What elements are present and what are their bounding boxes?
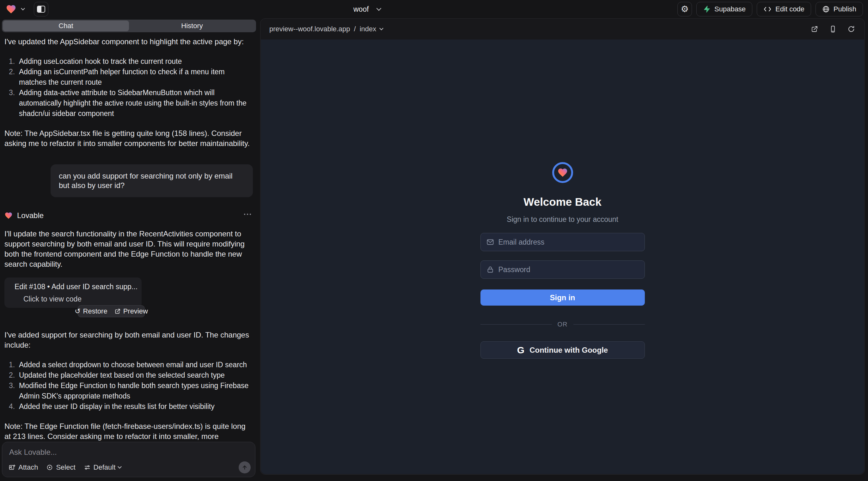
refresh-button[interactable] — [847, 25, 855, 33]
preview-panel: preview--woof.lovable.app / index Welcom… — [260, 18, 865, 475]
publish-label: Publish — [834, 5, 856, 13]
assistant-header: Lovable — [4, 211, 253, 220]
password-input[interactable] — [498, 265, 639, 274]
chat-history-tabs: Chat History — [2, 20, 256, 32]
assistant-note: Note: The Edge Function file (fetch-fire… — [4, 421, 253, 442]
external-link-icon — [811, 25, 818, 33]
project-switcher[interactable]: woof — [353, 0, 380, 18]
login-subtitle: Sign in to continue to your account — [507, 215, 618, 224]
external-link-icon — [115, 308, 121, 315]
preview-label: Preview — [123, 307, 148, 315]
restore-button[interactable]: ↺ Restore — [74, 307, 107, 315]
user-message-bubble: can you add support for searching not on… — [51, 164, 253, 197]
mobile-icon — [829, 25, 837, 33]
app-logo — [552, 162, 573, 183]
mobile-view-button[interactable] — [829, 25, 837, 33]
list-item: Modified the Edge Function to handle bot… — [4, 381, 253, 402]
list-item: Adding an isCurrentPath helper function … — [4, 67, 253, 88]
email-icon — [487, 238, 494, 246]
or-label: OR — [558, 321, 568, 328]
version-actions-bar: ↺ Restore Preview — [78, 305, 145, 317]
password-field[interactable] — [480, 260, 645, 279]
send-button[interactable] — [239, 461, 251, 473]
preview-url[interactable]: preview--woof.lovable.app / index — [260, 25, 383, 33]
project-title: woof — [353, 5, 369, 13]
mode-select[interactable]: Default — [84, 463, 121, 472]
lovable-heart-icon — [4, 212, 13, 220]
chat-scroll-area[interactable]: I've updated the AppSidebar component to… — [0, 32, 258, 442]
edit-code-button[interactable]: Edit code — [757, 2, 811, 17]
tab-chat[interactable]: Chat — [3, 21, 129, 31]
chevron-down-icon — [118, 464, 122, 469]
refresh-icon — [847, 25, 855, 33]
gear-icon: ⚙ — [681, 5, 688, 13]
email-input[interactable] — [498, 238, 639, 247]
url-separator: / — [354, 25, 356, 33]
list-item: Adding useLocation hook to track the cur… — [4, 56, 253, 67]
assistant-name: Lovable — [17, 211, 43, 220]
publish-button[interactable]: Publish — [815, 2, 863, 17]
preview-button[interactable]: Preview — [115, 307, 148, 315]
select-button[interactable]: Select — [46, 463, 75, 472]
arrow-up-icon — [242, 464, 248, 471]
chat-input[interactable] — [9, 448, 248, 460]
list-item: Added a select dropdown to choose betwee… — [4, 360, 253, 370]
list-item: Added the user ID display in the results… — [4, 402, 253, 412]
preview-browser-bar: preview--woof.lovable.app / index — [260, 19, 865, 39]
heart-icon — [557, 167, 568, 178]
supabase-label: Supabase — [714, 5, 746, 13]
sign-in-button[interactable]: Sign in — [480, 289, 645, 306]
email-field[interactable] — [480, 233, 645, 251]
project-menu-chevron-icon[interactable] — [21, 6, 25, 10]
toggle-sidebar-button[interactable] — [34, 2, 49, 17]
google-label: Continue with Google — [529, 346, 608, 355]
assistant-list: Added a select dropdown to choose betwee… — [4, 360, 253, 412]
supabase-button[interactable]: Supabase — [696, 2, 752, 17]
attach-image-icon — [8, 464, 16, 471]
more-options-icon[interactable] — [244, 214, 251, 215]
composer: Attach Select Default — [2, 442, 255, 477]
assistant-message-intro: I've updated the AppSidebar component to… — [4, 37, 253, 47]
panel-left-icon — [37, 6, 45, 13]
attach-label: Attach — [18, 463, 38, 472]
open-in-new-tab-button[interactable] — [811, 25, 818, 33]
edit-card-title: Edit #108 • Add user ID search supp... — [14, 283, 137, 291]
restore-label: Restore — [83, 307, 107, 315]
assistant-note: Note: The AppSidebar.tsx file is getting… — [4, 128, 253, 149]
list-item: Adding data-active attribute to SidebarM… — [4, 88, 253, 119]
assistant-message: I've added support for searching by both… — [4, 330, 253, 350]
supabase-bolt-icon — [703, 5, 711, 13]
chat-panel: Chat History I've updated the AppSidebar… — [0, 18, 258, 481]
settings-button[interactable]: ⚙ — [677, 2, 692, 17]
select-target-icon — [46, 464, 53, 471]
lock-icon — [487, 266, 494, 274]
url-host: preview--woof.lovable.app — [269, 25, 350, 33]
edit-code-label: Edit code — [775, 5, 804, 13]
globe-icon — [822, 5, 830, 13]
attach-button[interactable]: Attach — [8, 463, 38, 472]
assistant-message: I'll update the search functionality in … — [4, 229, 253, 269]
top-bar: woof ⚙ Supabase Edit code Publish — [0, 0, 868, 18]
preview-viewport: Welcome Back Sign in to continue to your… — [261, 39, 864, 474]
google-sign-in-button[interactable]: G Continue with Google — [480, 341, 645, 359]
edit-version-card[interactable]: Edit #108 • Add user ID search supp... C… — [4, 278, 142, 308]
sliders-icon — [84, 464, 91, 471]
list-item: Updated the placeholder text based on th… — [4, 370, 253, 381]
code-icon — [763, 6, 772, 13]
tab-history[interactable]: History — [129, 21, 255, 31]
chevron-down-icon — [379, 26, 383, 30]
url-page: index — [360, 25, 376, 33]
or-divider: OR — [480, 321, 645, 328]
restore-icon: ↺ — [74, 308, 80, 315]
chevron-down-icon — [376, 6, 381, 11]
edit-card-subtitle: Click to view code — [23, 295, 136, 303]
assistant-list: Adding useLocation hook to track the cur… — [4, 56, 253, 119]
login-title: Welcome Back — [523, 196, 601, 208]
google-g-icon: G — [517, 345, 524, 356]
select-label: Select — [56, 463, 75, 472]
mode-label: Default — [94, 463, 116, 472]
login-card: Welcome Back Sign in to continue to your… — [480, 162, 645, 474]
lovable-logo-icon[interactable] — [6, 4, 17, 14]
